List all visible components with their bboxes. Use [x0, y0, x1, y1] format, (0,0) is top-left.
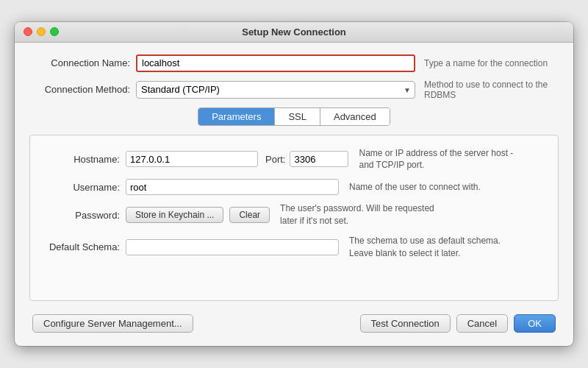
connection-name-row: Connection Name: Type a name for the con…: [29, 54, 559, 72]
maximize-button[interactable]: [50, 27, 59, 36]
password-hint: The user's password. Will be requested l…: [280, 202, 442, 227]
tab-parameters[interactable]: Parameters: [198, 108, 275, 125]
username-input[interactable]: [126, 179, 339, 195]
connection-name-input[interactable]: [136, 54, 415, 72]
username-hint: Name of the user to connect with.: [349, 181, 481, 194]
test-connection-button[interactable]: Test Connection: [360, 314, 451, 333]
tabs-row: Parameters SSL Advanced: [29, 107, 559, 126]
port-input[interactable]: [290, 151, 348, 167]
hostname-label: Hostname:: [45, 154, 126, 165]
connection-method-hint: Method to use to connect to the RDBMS: [424, 79, 559, 100]
connection-name-control: Type a name for the connection: [136, 54, 559, 72]
default-schema-input[interactable]: [126, 239, 339, 255]
default-schema-hint: The schema to use as default schema. Lea…: [349, 235, 511, 260]
minimize-button[interactable]: [37, 27, 46, 36]
parameters-panel: Hostname: Port: Name or IP address of th…: [29, 135, 559, 302]
store-keychain-button[interactable]: Store in Keychain ...: [126, 207, 223, 223]
tabs-container: Parameters SSL Advanced: [198, 107, 390, 126]
hostname-row: Hostname: Port: Name or IP address of th…: [45, 147, 543, 172]
connection-name-hint: Type a name for the connection: [424, 58, 559, 68]
password-row: Password: Store in Keychain ... Clear Th…: [45, 202, 543, 227]
cancel-button[interactable]: Cancel: [456, 314, 508, 333]
username-label: Username:: [45, 182, 126, 193]
titlebar: Setup New Connection: [15, 22, 573, 43]
window-title: Setup New Connection: [242, 26, 346, 38]
default-schema-row: Default Schema: The schema to use as def…: [45, 235, 543, 260]
tab-advanced[interactable]: Advanced: [320, 108, 390, 125]
footer-right-buttons: Test Connection Cancel OK: [360, 314, 556, 333]
connection-method-row: Connection Method: Standard (TCP/IP) Sta…: [29, 79, 559, 100]
password-buttons: Store in Keychain ... Clear: [126, 207, 270, 223]
hostname-input[interactable]: [126, 151, 258, 167]
clear-password-button[interactable]: Clear: [229, 207, 270, 223]
password-label: Password:: [45, 210, 126, 221]
hostname-hint: Name or IP address of the server host - …: [359, 147, 520, 172]
default-schema-label: Default Schema:: [45, 241, 126, 252]
close-button[interactable]: [24, 27, 32, 36]
footer: Configure Server Management... Test Conn…: [29, 308, 559, 336]
traffic-lights: [24, 27, 59, 36]
connection-method-select[interactable]: Standard (TCP/IP) Standard (TCP/IP) with…: [136, 81, 415, 99]
ok-button[interactable]: OK: [514, 314, 556, 333]
connection-method-control: Standard (TCP/IP) Standard (TCP/IP) with…: [136, 79, 559, 100]
setup-connection-window: Setup New Connection Connection Name: Ty…: [15, 22, 573, 347]
username-row: Username: Name of the user to connect wi…: [45, 179, 543, 195]
port-label: Port:: [265, 154, 285, 165]
connection-name-label: Connection Name:: [29, 57, 136, 68]
tab-ssl[interactable]: SSL: [275, 108, 320, 125]
spacer: [45, 266, 543, 289]
configure-server-button[interactable]: Configure Server Management...: [32, 314, 193, 333]
connection-method-label: Connection Method:: [29, 84, 136, 95]
method-select-wrapper: Standard (TCP/IP) Standard (TCP/IP) with…: [136, 81, 415, 99]
content-area: Connection Name: Type a name for the con…: [15, 43, 573, 347]
